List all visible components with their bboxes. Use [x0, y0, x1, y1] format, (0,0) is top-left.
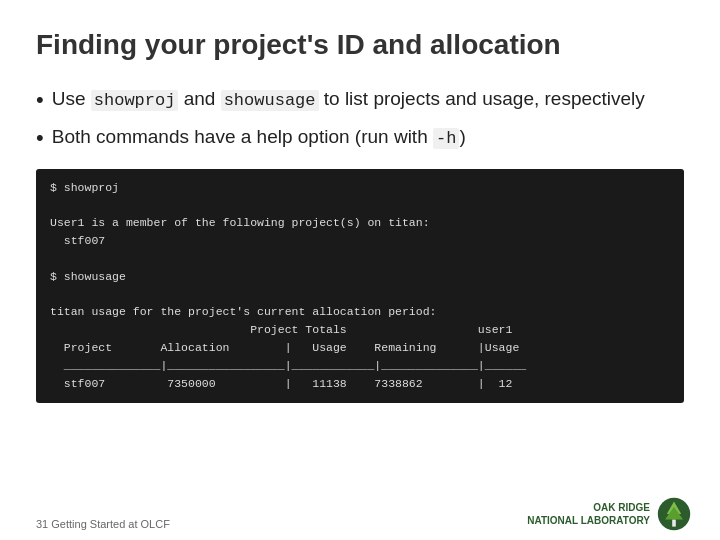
- bullet1-prefix: Use: [52, 88, 91, 109]
- bullet1-cmd1: showproj: [91, 90, 179, 111]
- slide: Finding your project's ID and allocation…: [0, 0, 720, 540]
- bullet-text-1: Use showproj and showusage to list proje…: [52, 86, 684, 113]
- bullet1-middle: and: [178, 88, 220, 109]
- bullet-dot-1: •: [36, 86, 44, 115]
- logo-line1: OAK RIDGE: [527, 501, 650, 514]
- bullet2-cmd: -h: [433, 128, 459, 149]
- bullet2-text: Both commands have a help option (run wi…: [52, 126, 433, 147]
- terminal-block: $ showproj User1 is a member of the foll…: [36, 169, 684, 403]
- bullet1-suffix: to list projects and usage, respectively: [319, 88, 645, 109]
- slide-footer: 31 Getting Started at OLCF: [36, 518, 170, 530]
- bullet-item-1: • Use showproj and showusage to list pro…: [36, 86, 684, 115]
- bullet-dot-2: •: [36, 124, 44, 153]
- bullet2-suffix: ): [459, 126, 465, 147]
- bullet1-cmd2: showusage: [221, 90, 319, 111]
- logo-area: OAK RIDGE NATIONAL LABORATORY: [527, 496, 692, 532]
- bullet-list: • Use showproj and showusage to list pro…: [36, 86, 684, 153]
- logo-line2: NATIONAL LABORATORY: [527, 514, 650, 527]
- bullet-item-2: • Both commands have a help option (run …: [36, 124, 684, 153]
- logo-text: OAK RIDGE NATIONAL LABORATORY: [527, 501, 650, 527]
- logo-icon: [656, 496, 692, 532]
- svg-rect-1: [672, 519, 676, 526]
- bullet-text-2: Both commands have a help option (run wi…: [52, 124, 684, 151]
- slide-title: Finding your project's ID and allocation: [36, 28, 684, 62]
